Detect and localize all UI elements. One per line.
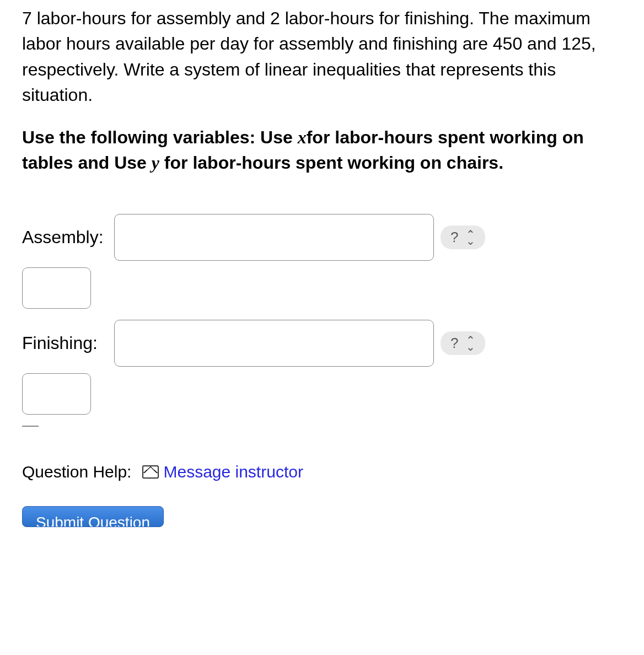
text-fragment: for labor-hours spent working on chairs.: [159, 153, 503, 173]
mail-icon: [142, 465, 159, 479]
question-help-row: Question Help: Message instructor: [22, 463, 622, 481]
divider: [22, 426, 39, 427]
finishing-row: Finishing: ? ⌃⌄: [22, 320, 622, 367]
question-paragraph-2: Use the following variables: Use xfor la…: [22, 125, 622, 176]
variable-x: x: [298, 127, 307, 147]
message-instructor-link[interactable]: Message instructor: [142, 463, 303, 481]
stepper-arrows-icon: ⌃⌄: [466, 337, 475, 350]
question-help-label: Question Help:: [22, 463, 131, 481]
question-mark-icon: ?: [450, 335, 458, 352]
link-text: Message instructor: [163, 463, 303, 481]
assembly-hint-chip[interactable]: ? ⌃⌄: [441, 226, 485, 249]
assembly-label: Assembly:: [22, 227, 108, 248]
stepper-arrows-icon: ⌃⌄: [466, 231, 475, 244]
assembly-row: Assembly: ? ⌃⌄: [22, 214, 622, 261]
assembly-expression-input[interactable]: [114, 214, 434, 261]
finishing-expression-input[interactable]: [114, 320, 434, 367]
finishing-value-input[interactable]: [22, 373, 91, 415]
variable-y: y: [152, 153, 159, 173]
text-fragment: Use the following variables: Use: [22, 127, 298, 147]
question-paragraph-1: 7 labor-hours for assembly and 2 labor-h…: [22, 6, 622, 108]
assembly-value-input[interactable]: [22, 267, 91, 309]
finishing-label: Finishing:: [22, 333, 108, 353]
submit-question-button[interactable]: Submit Question: [22, 506, 164, 527]
question-mark-icon: ?: [450, 229, 458, 246]
finishing-hint-chip[interactable]: ? ⌃⌄: [441, 331, 485, 355]
